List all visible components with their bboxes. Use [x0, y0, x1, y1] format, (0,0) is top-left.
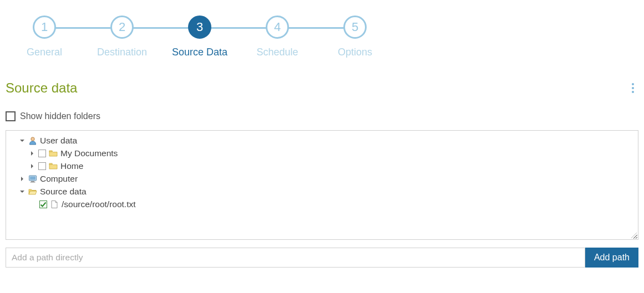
show-hidden-checkbox[interactable] — [6, 111, 16, 121]
svg-rect-9 — [40, 201, 47, 208]
folder-open-icon — [28, 187, 37, 196]
step-number-badge: 2 — [110, 16, 134, 39]
add-path-button[interactable]: Add path — [585, 248, 638, 268]
wizard-stepper: 1 General 2 Destination 3 Source Data 4 … — [6, 6, 638, 58]
step-label: Options — [338, 47, 372, 58]
step-number-badge: 4 — [266, 16, 289, 39]
tree-checkbox[interactable] — [38, 150, 46, 157]
step-options[interactable]: 5 Options — [316, 16, 394, 58]
svg-point-0 — [31, 137, 34, 140]
disclosure-right-icon[interactable] — [19, 176, 25, 182]
step-source-data[interactable]: 3 Source Data — [161, 16, 239, 58]
tree-row-user-data[interactable]: User data — [11, 134, 633, 147]
resize-handle-icon — [630, 232, 637, 238]
show-hidden-label[interactable]: Show hidden folders — [20, 111, 100, 121]
source-tree[interactable]: User data My Documents Home Computer Sou… — [6, 130, 638, 240]
tree-item-label: Source data — [40, 185, 87, 198]
tree-item-label: User data — [40, 134, 77, 147]
tree-row-home[interactable]: Home — [11, 160, 633, 172]
svg-rect-3 — [39, 162, 46, 169]
tree-item-label: /source/root/root.txt — [62, 198, 136, 210]
svg-line-10 — [631, 233, 637, 238]
tree-row-my-documents[interactable]: My Documents — [11, 147, 633, 160]
step-label: Destination — [97, 47, 147, 58]
svg-rect-7 — [31, 181, 34, 182]
tree-item-label: My Documents — [60, 147, 118, 160]
folder-icon — [49, 149, 58, 158]
step-destination[interactable]: 2 Destination — [83, 16, 161, 58]
file-icon — [50, 200, 59, 209]
kebab-dot-icon — [632, 87, 634, 89]
step-general[interactable]: 1 General — [6, 16, 83, 58]
tree-row-computer[interactable]: Computer — [11, 172, 633, 185]
tree-row-source-data[interactable]: Source data — [11, 185, 633, 198]
section-title: Source data — [6, 80, 77, 96]
step-number-badge: 5 — [343, 16, 367, 39]
svg-rect-6 — [30, 176, 36, 179]
step-number-badge: 1 — [33, 16, 56, 39]
kebab-dot-icon — [632, 91, 634, 93]
more-options-button[interactable] — [627, 81, 638, 95]
svg-rect-2 — [49, 151, 52, 152]
svg-rect-1 — [39, 150, 46, 157]
svg-rect-8 — [31, 182, 36, 182]
disclosure-down-icon[interactable] — [19, 138, 25, 143]
computer-icon — [28, 174, 37, 183]
disclosure-right-icon[interactable] — [29, 151, 35, 156]
user-icon — [28, 136, 37, 145]
step-label: General — [27, 47, 62, 58]
disclosure-down-icon[interactable] — [19, 189, 25, 194]
kebab-dot-icon — [632, 83, 634, 85]
tree-checkbox-checked[interactable] — [39, 201, 47, 208]
svg-line-11 — [633, 235, 637, 238]
folder-icon — [49, 162, 58, 171]
step-label: Schedule — [256, 47, 298, 58]
svg-line-12 — [636, 237, 637, 238]
step-schedule[interactable]: 4 Schedule — [239, 16, 316, 58]
step-label: Source Data — [172, 47, 227, 58]
tree-item-label: Home — [60, 160, 83, 172]
add-path-input[interactable] — [6, 248, 585, 268]
disclosure-right-icon[interactable] — [29, 163, 35, 169]
tree-item-label: Computer — [40, 172, 78, 185]
step-number-badge: 3 — [188, 16, 211, 39]
tree-checkbox[interactable] — [38, 162, 46, 170]
tree-row-root-txt[interactable]: /source/root/root.txt — [11, 198, 633, 210]
svg-rect-4 — [49, 163, 52, 165]
